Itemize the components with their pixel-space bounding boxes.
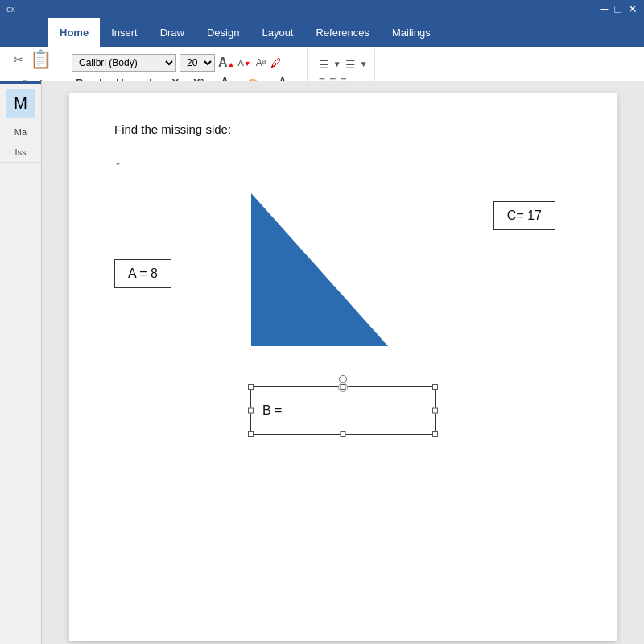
list-number-button[interactable]: ☰ <box>345 58 356 71</box>
app-back[interactable]: cx <box>6 4 15 14</box>
font-family-select[interactable]: Calibri (Body) <box>72 54 176 72</box>
handle-tm[interactable] <box>341 384 346 390</box>
answer-box[interactable]: B = <box>250 386 436 435</box>
answer-box-wrapper: B = <box>250 386 436 435</box>
tab-mailings[interactable]: Mailings <box>381 18 442 47</box>
handle-br[interactable] <box>432 431 438 437</box>
tab-layout[interactable]: Layout <box>250 18 304 47</box>
ribbon-tabs: Home Insert Draw Design Layout Reference… <box>0 18 644 47</box>
scissors-icon[interactable]: ✂ <box>13 52 24 67</box>
label-c-box: C= 17 <box>493 201 555 230</box>
maximize-button[interactable]: □ <box>615 2 621 15</box>
anchor-symbol: ↓ <box>114 152 572 169</box>
handle-ml[interactable] <box>248 408 254 414</box>
document-area: Find the missing side: ↓ I A = 8 C= 17 <box>42 80 644 644</box>
title-bar: cx ─ □ ✕ <box>0 0 644 18</box>
grow-font-icon[interactable]: A▲ <box>218 56 234 70</box>
svg-marker-0 <box>251 193 388 346</box>
shrink-font-icon[interactable]: A▼ <box>237 56 250 68</box>
tab-references[interactable]: References <box>305 18 381 47</box>
sidebar-icon-m[interactable]: M <box>6 89 35 118</box>
doc-title: Find the missing side: <box>114 122 572 136</box>
list-bullet-button[interactable]: ☰ <box>319 58 329 71</box>
label-c-text: C= 17 <box>507 208 542 222</box>
sidebar-label-m: M <box>14 94 27 113</box>
paste-button[interactable]: 📋 <box>27 45 53 74</box>
handle-tr[interactable] <box>432 384 438 390</box>
answer-b-label: B = <box>262 403 282 418</box>
tab-draw[interactable]: Draw <box>149 18 196 47</box>
clear-format-icon[interactable]: 🖊 <box>270 56 282 69</box>
doc-page: Find the missing side: ↓ I A = 8 C= 17 <box>69 93 617 641</box>
label-a-text: A = 8 <box>128 266 158 280</box>
sidebar-accent <box>0 80 41 84</box>
tab-insert[interactable]: Insert <box>100 18 149 47</box>
handle-tl[interactable] <box>248 384 254 390</box>
window-controls: ─ □ ✕ <box>601 2 638 15</box>
handle-mr[interactable] <box>432 408 438 414</box>
handle-bl[interactable] <box>248 431 254 437</box>
triangle-svg <box>203 185 412 354</box>
sidebar-item-iss[interactable]: Iss <box>0 142 41 163</box>
aa-button[interactable]: Aª <box>256 57 266 68</box>
close-button[interactable]: ✕ <box>628 2 638 15</box>
handle-bm[interactable] <box>341 431 346 437</box>
minimize-button[interactable]: ─ <box>601 2 609 15</box>
label-a-box: A = 8 <box>114 259 171 288</box>
left-sidebar: M Ma Iss <box>0 80 42 644</box>
font-size-select[interactable]: 20 <box>180 54 215 72</box>
answer-area: B = <box>114 386 572 435</box>
sidebar-item-ma[interactable]: Ma <box>0 122 41 142</box>
triangle-container <box>203 185 412 354</box>
tab-design[interactable]: Design <box>196 18 250 47</box>
list-arrow[interactable]: ▼ <box>333 60 341 68</box>
tab-home[interactable]: Home <box>48 18 100 47</box>
math-area: A = 8 C= 17 <box>114 185 572 362</box>
font-row1: Calibri (Body) 20 A▲ A▼ Aª 🖊 <box>72 54 300 72</box>
list-number-arrow[interactable]: ▼ <box>360 60 368 68</box>
